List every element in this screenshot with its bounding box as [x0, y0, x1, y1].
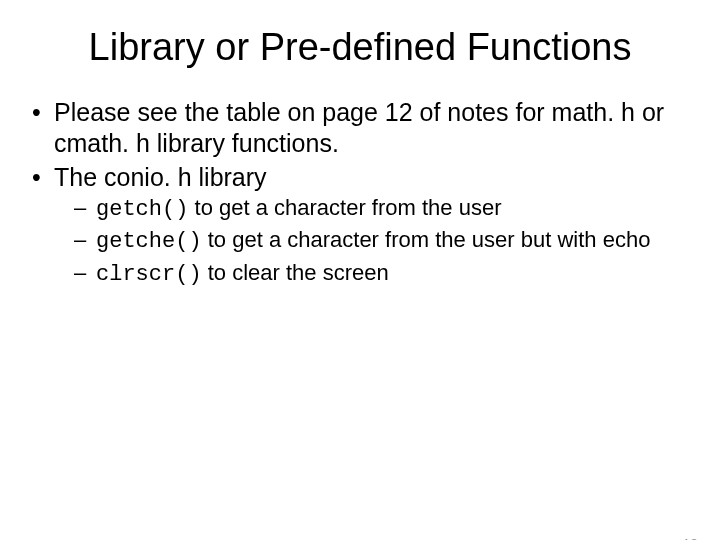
bullet-text: Please see the table on page 12 of notes… — [54, 98, 664, 157]
sub-bullet-item: getche() to get a character from the use… — [54, 227, 690, 256]
page-number: 10 — [682, 536, 698, 540]
bullet-text: The conio. h library — [54, 163, 267, 191]
code-text: clrscr() — [96, 262, 202, 287]
slide-body: Please see the table on page 12 of notes… — [30, 97, 690, 289]
sub-bullet-text: to get a character from the user — [188, 195, 501, 220]
bullet-list: Please see the table on page 12 of notes… — [30, 97, 690, 289]
sub-bullet-text: to clear the screen — [202, 260, 389, 285]
sub-bullet-list: getch() to get a character from the user… — [54, 195, 690, 289]
sub-bullet-item: clrscr() to clear the screen — [54, 260, 690, 289]
bullet-item: Please see the table on page 12 of notes… — [30, 97, 690, 158]
bullet-item: The conio. h library getch() to get a ch… — [30, 162, 690, 289]
sub-bullet-item: getch() to get a character from the user — [54, 195, 690, 224]
slide-title: Library or Pre-defined Functions — [40, 26, 680, 69]
code-text: getch() — [96, 197, 188, 222]
sub-bullet-text: to get a character from the user but wit… — [202, 227, 651, 252]
slide: Library or Pre-defined Functions Please … — [0, 26, 720, 540]
code-text: getche() — [96, 229, 202, 254]
